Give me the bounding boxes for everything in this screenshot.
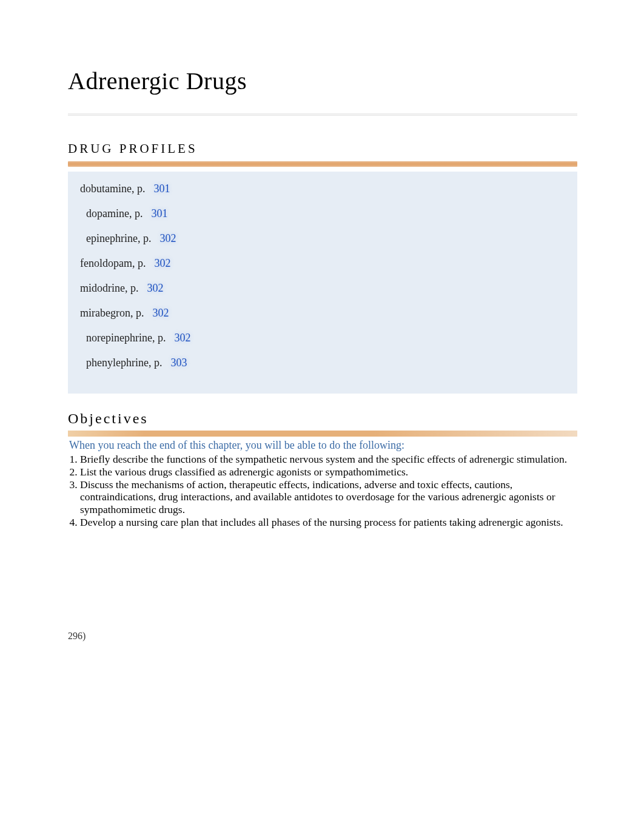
drug-profile-item: dobutamine, p.301 [68, 176, 577, 201]
section-accent-bar [68, 161, 577, 167]
drug-profile-item: dopamine, p.301 [68, 201, 577, 226]
objective-item: Discuss the mechanisms of action, therap… [80, 478, 577, 515]
drug-profile-item: fenoldopam, p.302 [68, 251, 577, 276]
objective-item: List the various drugs classified as adr… [80, 466, 577, 478]
chapter-title: Adrenergic Drugs [68, 67, 577, 95]
objectives-lead: When you reach the end of this chapter, … [69, 439, 577, 452]
drug-profile-item: norepinephrine, p.302 [68, 326, 577, 350]
drug-profiles-heading: DRUG PROFILES [68, 141, 577, 156]
objective-text: Discuss the mechanisms of action, therap… [80, 478, 555, 515]
drug-label: norepinephrine, p. [86, 332, 166, 344]
objective-text: Develop a nursing care plan that include… [80, 516, 563, 528]
drug-profile-item: midodrine, p.302 [68, 276, 577, 301]
objective-item: Briefly describe the functions of the sy… [80, 453, 577, 465]
drug-page-link[interactable]: 301 [153, 183, 170, 195]
drug-profile-item: epinephrine, p.302 [68, 226, 577, 251]
objectives-list: Briefly describe the functions of the sy… [68, 453, 577, 528]
drug-page-link[interactable]: 302 [174, 332, 190, 344]
drug-label: dopamine, p. [86, 207, 143, 220]
objectives-accent-bar [68, 431, 577, 437]
drug-page-link[interactable]: 302 [147, 282, 164, 294]
drug-profile-item: mirabegron, p.302 [68, 301, 577, 326]
objective-text: Briefly describe the functions of the sy… [80, 453, 567, 465]
drug-page-link[interactable]: 301 [151, 207, 167, 220]
drug-label: epinephrine, p. [86, 232, 151, 244]
drug-label: dobutamine, p. [80, 183, 145, 195]
drug-label: fenoldopam, p. [80, 257, 146, 269]
objective-text: List the various drugs classified as adr… [80, 466, 408, 478]
drug-page-link[interactable]: 303 [170, 357, 187, 369]
drug-label: phenylephrine, p. [86, 357, 162, 369]
drug-profile-item: phenylephrine, p.303 [68, 350, 577, 375]
drug-label: mirabegron, p. [80, 307, 144, 319]
title-divider [68, 113, 577, 116]
drug-page-link[interactable]: 302 [159, 232, 176, 244]
drug-page-link[interactable]: 302 [152, 307, 169, 319]
objectives-heading: Objectives [68, 411, 577, 427]
drug-profile-list: dobutamine, p.301dopamine, p.301epinephr… [68, 172, 577, 394]
stray-page-fragment: 296) [68, 631, 86, 642]
drug-page-link[interactable]: 302 [154, 257, 170, 269]
drug-label: midodrine, p. [80, 282, 139, 294]
objective-item: Develop a nursing care plan that include… [80, 516, 577, 528]
